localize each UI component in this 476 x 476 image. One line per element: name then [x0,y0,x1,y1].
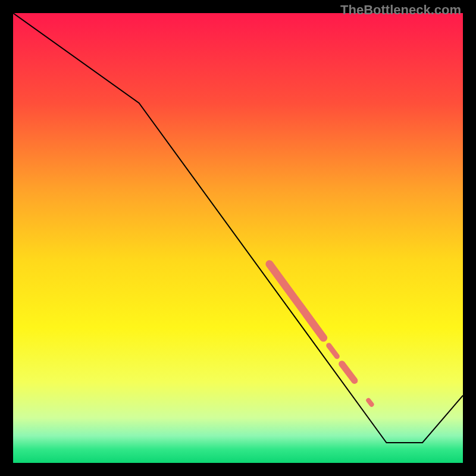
svg-line-3 [342,364,355,381]
watermark-text: TheBottleneck.com [340,2,461,18]
chart-overlay [13,13,463,463]
bottleneck-curve [13,13,463,443]
chart-container: TheBottleneck.com [0,0,476,476]
highlight-points [270,264,372,405]
svg-line-4 [368,400,371,405]
svg-line-1 [270,264,324,338]
svg-line-2 [329,346,337,356]
plot-area [13,13,463,463]
